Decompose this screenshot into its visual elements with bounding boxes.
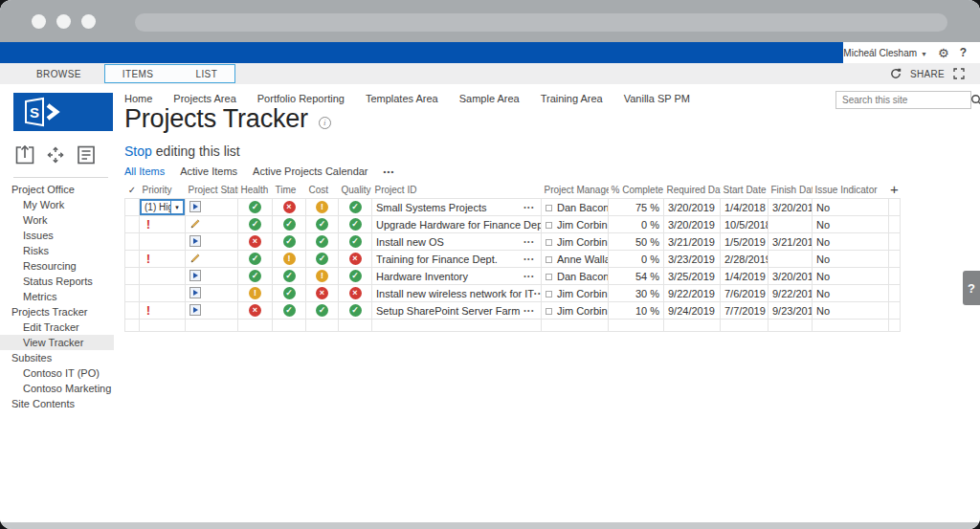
window-control-dot[interactable] xyxy=(56,14,71,29)
start-date-cell[interactable]: 10/5/2018 xyxy=(721,216,768,233)
project-id-text[interactable]: Install new wireless network for IT xyxy=(376,288,534,299)
dropdown-arrow-icon[interactable]: ▼ xyxy=(170,201,183,213)
sidebar-section-projects-tracker[interactable]: Projects Tracker xyxy=(0,304,114,320)
time-indicator-cell[interactable]: ✓ xyxy=(273,233,306,251)
health-indicator-cell[interactable]: ✓ xyxy=(238,216,273,233)
empty-cell[interactable] xyxy=(238,320,273,332)
add-column-cell[interactable] xyxy=(889,251,901,268)
column-header-complete[interactable]: % Complete xyxy=(609,181,664,199)
view-link-active-projects-calendar[interactable]: Active Projects Calendar xyxy=(253,165,368,177)
tab-list[interactable]: LIST xyxy=(195,69,217,79)
help-tab[interactable]: ? xyxy=(963,271,980,305)
empty-cell[interactable] xyxy=(186,320,238,332)
project-status-cell[interactable] xyxy=(186,199,238,216)
person-checkbox[interactable] xyxy=(546,205,552,211)
row-menu-icon[interactable]: ••• xyxy=(523,238,537,245)
issue-indicator-cell[interactable]: No xyxy=(813,268,889,285)
project-manager-cell[interactable]: Jim Corbin xyxy=(542,233,609,251)
row-select-cell[interactable] xyxy=(125,216,140,233)
table-row[interactable]: ×✓✓✓Install new OS•••Jim Corbin50 %3/21/… xyxy=(125,233,901,251)
empty-cell[interactable] xyxy=(721,320,768,332)
sidebar-item-resourcing[interactable]: Resourcing xyxy=(0,258,114,274)
time-indicator-cell[interactable]: × xyxy=(273,199,306,216)
row-menu-icon[interactable]: ••• xyxy=(534,290,541,297)
issue-indicator-cell[interactable]: No xyxy=(813,285,889,302)
user-menu[interactable]: Micheál Clesham▼ xyxy=(843,48,927,58)
column-header-finish-date[interactable]: Finish Date xyxy=(768,181,813,199)
required-date-cell[interactable]: 9/22/2019 xyxy=(664,285,721,302)
window-control-dot[interactable] xyxy=(81,14,96,29)
quality-indicator-cell[interactable]: ✓ xyxy=(339,233,372,251)
table-row[interactable]: (1) High▼✓×!✓Small Systems Projects•••Da… xyxy=(125,199,901,216)
start-date-cell[interactable]: 1/4/2019 xyxy=(721,268,768,285)
priority-dropdown[interactable]: (1) High▼ xyxy=(140,199,185,215)
priority-cell[interactable]: (1) High▼ xyxy=(140,199,186,216)
person-checkbox[interactable] xyxy=(546,222,552,229)
project-id-text[interactable]: Hardware Inventory xyxy=(376,271,468,282)
sidebar-item-work[interactable]: Work xyxy=(0,212,114,228)
project-status-cell[interactable] xyxy=(186,216,238,233)
time-indicator-cell[interactable]: ✓ xyxy=(273,302,306,320)
row-menu-icon[interactable]: ••• xyxy=(523,255,537,262)
project-manager-cell[interactable]: Dan Bacon xyxy=(542,268,609,285)
percent-complete-cell[interactable]: 10 % xyxy=(609,302,664,320)
health-indicator-cell[interactable]: ✓ xyxy=(238,268,273,285)
cost-indicator-cell[interactable]: ✓ xyxy=(306,216,339,233)
column-header-project-id[interactable]: Project ID xyxy=(372,181,542,199)
row-select-cell[interactable] xyxy=(125,302,140,320)
issue-indicator-cell[interactable]: No xyxy=(813,302,889,320)
empty-cell[interactable] xyxy=(125,320,140,332)
sidebar-section-project-office[interactable]: Project Office xyxy=(0,182,114,197)
project-id-text[interactable]: Install new OS xyxy=(376,236,444,248)
focus-mode-icon[interactable] xyxy=(953,68,965,79)
time-indicator-cell[interactable]: ! xyxy=(273,251,306,268)
health-indicator-cell[interactable]: ! xyxy=(238,285,273,302)
column-header-add-column[interactable]: + xyxy=(889,181,901,199)
start-date-cell[interactable]: 7/6/2019 xyxy=(721,285,768,302)
sidebar-section-site-contents[interactable]: Site Contents xyxy=(0,396,114,411)
priority-cell[interactable]: ! xyxy=(140,251,186,268)
priority-cell[interactable]: ! xyxy=(140,216,186,233)
move-icon[interactable] xyxy=(44,143,67,166)
start-date-cell[interactable]: 1/4/2018 xyxy=(721,199,768,216)
sidebar-item-risks[interactable]: Risks xyxy=(0,243,114,258)
sidebar-item-my-work[interactable]: My Work xyxy=(0,197,114,212)
project-id-text[interactable]: Small Systems Projects xyxy=(376,202,487,213)
time-indicator-cell[interactable]: ✓ xyxy=(273,268,306,285)
finish-date-cell[interactable]: 3/20/2019 xyxy=(768,268,813,285)
cost-indicator-cell[interactable]: ! xyxy=(306,199,339,216)
finish-date-cell[interactable]: 3/21/2019 xyxy=(768,233,813,251)
empty-cell[interactable] xyxy=(542,320,609,332)
info-icon[interactable]: i xyxy=(319,117,331,129)
percent-complete-cell[interactable]: 0 % xyxy=(609,251,664,268)
window-control-dot[interactable] xyxy=(32,14,46,29)
empty-cell[interactable] xyxy=(140,320,186,332)
help-icon[interactable]: ? xyxy=(960,46,967,59)
required-date-cell[interactable]: 3/23/2019 xyxy=(664,251,721,268)
column-header-start-date[interactable]: Start Date xyxy=(721,181,768,199)
finish-date-cell[interactable] xyxy=(768,216,813,233)
sharepoint-logo[interactable]: S xyxy=(13,93,113,131)
row-select-cell[interactable] xyxy=(125,268,140,285)
view-link-all-items[interactable]: All Items xyxy=(124,165,165,177)
table-row[interactable]: ✓✓!✓Hardware Inventory•••Dan Bacon54 %3/… xyxy=(125,268,901,285)
table-row[interactable]: !×✓✓✓Setup SharePoint Server Farm•••Jim … xyxy=(125,302,901,320)
column-header-priority[interactable]: Priority xyxy=(140,181,186,199)
required-date-cell[interactable]: 3/20/2019 xyxy=(664,216,721,233)
new-item-row[interactable] xyxy=(125,320,901,332)
project-id-cell[interactable]: Small Systems Projects••• xyxy=(372,199,542,216)
row-menu-icon[interactable]: ••• xyxy=(523,273,537,279)
project-id-cell[interactable]: Hardware Inventory••• xyxy=(372,268,542,285)
column-header-quality[interactable]: Quality xyxy=(339,181,372,199)
empty-cell[interactable] xyxy=(372,320,542,332)
required-date-cell[interactable]: 3/20/2019 xyxy=(664,199,721,216)
top-nav-link-vanilla-sp-pm[interactable]: Vanilla SP PM xyxy=(624,93,690,104)
notebook-icon[interactable] xyxy=(75,143,98,166)
project-manager-cell[interactable]: Jim Corbin xyxy=(542,302,609,320)
add-column-cell[interactable] xyxy=(889,233,901,251)
share-icon[interactable] xyxy=(890,68,902,79)
sidebar-item-view-tracker[interactable]: View Tracker xyxy=(0,335,114,350)
start-date-cell[interactable]: 7/7/2019 xyxy=(721,302,768,320)
settings-gear-icon[interactable]: ⚙ xyxy=(938,47,949,59)
column-header-select[interactable]: ✓ xyxy=(125,181,140,199)
